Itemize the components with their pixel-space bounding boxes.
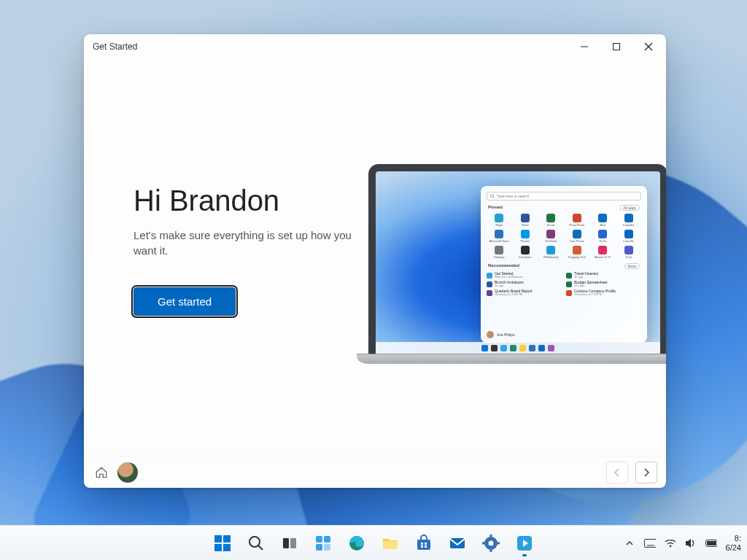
taskbar-store[interactable]: [409, 529, 438, 558]
svg-rect-8: [283, 538, 289, 548]
svg-rect-19: [421, 545, 423, 548]
taskbar: 8: 6/24: [0, 525, 747, 560]
page-headline: Hi Brandon: [133, 184, 362, 217]
maximize-button[interactable]: [600, 34, 632, 59]
tray-keyboard-icon[interactable]: [644, 537, 656, 549]
page-subtext: Let's make sure everything is set up how…: [133, 228, 352, 258]
get-started-button[interactable]: Get started: [133, 287, 236, 316]
svg-rect-18: [425, 542, 427, 545]
close-button[interactable]: [632, 34, 665, 59]
svg-rect-17: [421, 542, 423, 545]
taskbar-widgets[interactable]: [309, 529, 338, 558]
store-icon: [415, 534, 433, 552]
svg-point-4: [491, 195, 494, 198]
nav-next-button[interactable]: [635, 462, 657, 483]
get-started-icon: [516, 534, 533, 552]
svg-rect-12: [316, 544, 322, 551]
taskbar-start[interactable]: [208, 529, 237, 558]
svg-rect-11: [324, 536, 330, 542]
svg-rect-20: [425, 545, 427, 548]
task-view-icon: [281, 534, 298, 552]
laptop-illustration: Type here to search Pinned All apps Edge…: [368, 164, 666, 376]
svg-rect-21: [450, 538, 465, 548]
svg-rect-15: [383, 541, 398, 549]
svg-point-6: [249, 537, 260, 547]
svg-line-5: [493, 197, 495, 198]
window-title: Get Started: [93, 42, 137, 52]
widgets-icon: [314, 534, 332, 552]
tray-overflow[interactable]: [624, 537, 635, 549]
taskbar-task-view[interactable]: [275, 529, 304, 558]
minimize-button[interactable]: [568, 34, 600, 59]
taskbar-file-explorer[interactable]: [376, 529, 405, 558]
taskbar-mail[interactable]: [443, 529, 472, 558]
search-icon: [247, 534, 265, 552]
edge-icon: [348, 534, 365, 552]
mail-icon: [449, 534, 466, 552]
taskbar-get-started[interactable]: [510, 529, 539, 558]
svg-rect-9: [290, 538, 296, 548]
titlebar[interactable]: Get Started: [84, 34, 666, 59]
svg-rect-35: [707, 541, 716, 545]
taskbar-edge[interactable]: [342, 529, 371, 558]
svg-marker-33: [686, 539, 691, 548]
taskbar-search[interactable]: [241, 529, 271, 558]
folder-icon: [382, 534, 399, 552]
gear-icon: [482, 534, 500, 552]
svg-rect-16: [417, 540, 430, 550]
svg-point-23: [489, 540, 494, 545]
svg-rect-1: [614, 44, 620, 50]
svg-line-7: [258, 545, 263, 550]
tray-clock[interactable]: 8: 6/24: [726, 534, 741, 551]
tray-volume-icon[interactable]: [685, 537, 697, 549]
svg-rect-30: [644, 539, 656, 547]
illustration-start-menu: Type here to search Pinned All apps Edge…: [481, 186, 647, 343]
get-started-window: Get Started Hi Brandon Let's make sure e…: [84, 34, 666, 488]
svg-rect-10: [316, 536, 322, 542]
home-button[interactable]: [93, 464, 110, 481]
svg-point-32: [669, 545, 671, 547]
windows-logo-icon: [214, 535, 231, 551]
tray-wifi-icon[interactable]: [665, 537, 676, 549]
user-avatar[interactable]: [117, 462, 138, 483]
tray-battery-icon[interactable]: [705, 537, 717, 549]
nav-prev-button[interactable]: [606, 462, 628, 483]
svg-rect-13: [324, 544, 330, 551]
taskbar-settings[interactable]: [476, 529, 506, 558]
